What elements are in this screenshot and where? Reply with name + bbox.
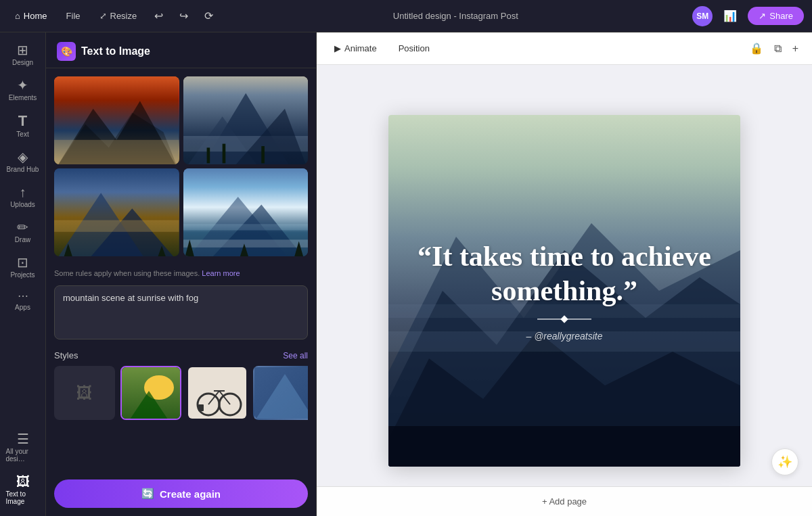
file-label: File: [66, 11, 81, 21]
nav-center: Untitled design - Instagram Post: [224, 11, 687, 21]
generated-image-4[interactable]: [183, 168, 309, 256]
sidebar-label-projects: Projects: [10, 271, 35, 279]
rules-text: Some rules apply when using these images…: [46, 264, 316, 285]
card-divider: [537, 319, 591, 320]
uploads-icon: ↑: [20, 185, 26, 199]
create-btn-label: Create again: [160, 488, 221, 500]
card-quote: “It takes time to achieve something.”: [415, 239, 713, 308]
svg-rect-35: [198, 404, 204, 411]
sidebar-label-all-designs: All your desi…: [6, 448, 40, 463]
sidebar-label-uploads: Uploads: [10, 201, 35, 208]
resize-nav-button[interactable]: ⤢ Resize: [93, 8, 144, 24]
style-illustration[interactable]: [187, 366, 248, 420]
sidebar-item-text-to-image[interactable]: 🖼 Text to Image: [2, 469, 44, 511]
image-grid: [46, 68, 316, 264]
undo-button[interactable]: ↩: [149, 7, 168, 25]
animate-label: Animate: [344, 43, 377, 53]
analytics-button[interactable]: 📊: [718, 7, 742, 25]
main-layout: ⊞ Design ✦ Elements T Text ◈ Brand Hub ↑…: [0, 32, 812, 516]
resize-icon: ⤢: [99, 11, 107, 21]
prompt-textarea[interactable]: [54, 285, 308, 339]
style-photo[interactable]: [120, 366, 181, 420]
sidebar-item-brand-hub[interactable]: ◈ Brand Hub: [2, 145, 44, 179]
apps-icon: ⋯: [18, 291, 28, 302]
style-abstract[interactable]: [253, 366, 308, 420]
svg-rect-9: [206, 147, 210, 163]
add-page-bar[interactable]: + Add page: [317, 486, 812, 516]
share-button[interactable]: ↗ Share: [748, 7, 804, 25]
canvas-toolbar: ▶ Animate Position 🔒 ⧉ +: [317, 32, 812, 65]
refresh-icon: 🔄: [141, 488, 154, 500]
resize-label: Resize: [110, 11, 137, 21]
sidebar-item-draw[interactable]: ✏ Draw: [2, 215, 44, 249]
panel-title: Text to Image: [81, 45, 150, 57]
sidebar-label-design: Design: [12, 59, 33, 66]
generated-image-1[interactable]: [54, 76, 179, 164]
file-nav-button[interactable]: File: [60, 8, 87, 24]
design-icon: ⊞: [17, 43, 28, 57]
generated-image-2[interactable]: [183, 76, 309, 164]
panel: 🎨 Text to Image: [46, 32, 317, 516]
canvas-scroll[interactable]: “It takes time to achieve something.” – …: [317, 65, 812, 516]
nav-right: SM 📊 ↗ Share: [692, 6, 804, 26]
rules-static-text: Some rules apply when using these images…: [54, 269, 200, 277]
add-page-label: + Add page: [542, 496, 587, 507]
learn-more-link[interactable]: Learn more: [202, 269, 240, 277]
sidebar-item-uploads[interactable]: ↑ Uploads: [2, 180, 44, 214]
sidebar-item-text[interactable]: T Text: [2, 108, 44, 143]
prompt-area: [54, 285, 308, 342]
redo-button[interactable]: ↪: [174, 7, 194, 25]
ai-assistant-button[interactable]: ✨: [771, 448, 798, 475]
share-icon: ↗: [759, 11, 766, 21]
styles-label: Styles: [54, 350, 78, 360]
animate-button[interactable]: ▶ Animate: [328, 41, 384, 56]
copy-button[interactable]: ⧉: [771, 40, 784, 57]
icon-sidebar: ⊞ Design ✦ Elements T Text ◈ Brand Hub ↑…: [0, 32, 46, 516]
sidebar-item-apps[interactable]: ⋯ Apps: [2, 285, 44, 316]
sidebar-label-text: Text: [16, 131, 28, 138]
panel-header: 🎨 Text to Image: [46, 32, 316, 68]
see-all-link[interactable]: See all: [283, 351, 308, 360]
style-none[interactable]: 🖼: [54, 366, 115, 420]
sidebar-item-projects[interactable]: ⊡ Projects: [2, 250, 44, 284]
top-navigation: ⌂ Home File ⤢ Resize ↩ ↪ ⟳ Untitled desi…: [0, 0, 812, 32]
sidebar-item-design[interactable]: ⊞ Design: [2, 38, 44, 72]
add-button[interactable]: +: [790, 40, 801, 57]
style-abstract-preview: [254, 367, 308, 420]
styles-grid: 🖼: [54, 366, 308, 420]
styles-section: Styles See all 🖼: [46, 342, 316, 473]
canvas-area: ▶ Animate Position 🔒 ⧉ +: [317, 32, 812, 516]
elements-icon: ✦: [17, 78, 28, 92]
generated-image-3[interactable]: [54, 168, 179, 256]
sidebar-label-apps: Apps: [15, 304, 30, 311]
home-label: Home: [24, 11, 47, 21]
position-button[interactable]: Position: [392, 41, 436, 56]
svg-rect-3: [54, 140, 179, 164]
card-overlay: “It takes time to achieve something.” – …: [388, 115, 740, 467]
ai-icon: ✨: [777, 454, 792, 469]
create-again-button[interactable]: 🔄 Create again: [54, 479, 308, 508]
canvas-card[interactable]: “It takes time to achieve something.” – …: [388, 115, 740, 467]
sidebar-item-all-designs[interactable]: ☰ All your desi…: [2, 427, 44, 468]
image-placeholder-icon: 🖼: [76, 383, 93, 402]
svg-rect-15: [54, 220, 179, 232]
panel-icon-symbol: 🎨: [61, 46, 72, 57]
sidebar-label-elements: Elements: [9, 94, 37, 101]
panel-icon: 🎨: [57, 42, 76, 61]
toolbar-right: 🔒 ⧉ +: [747, 39, 801, 57]
home-icon: ⌂: [15, 11, 20, 21]
svg-rect-21: [183, 239, 309, 248]
home-nav-button[interactable]: ⌂ Home: [8, 8, 54, 24]
share-label: Share: [769, 11, 793, 21]
position-label: Position: [399, 43, 430, 53]
avatar-initials: SM: [696, 11, 708, 21]
lock-button[interactable]: 🔒: [747, 39, 766, 57]
user-avatar[interactable]: SM: [692, 6, 713, 26]
diamond-decoration: [560, 315, 568, 323]
sidebar-item-elements[interactable]: ✦ Elements: [2, 73, 44, 107]
sidebar-label-draw: Draw: [15, 236, 30, 243]
history-button[interactable]: ⟳: [199, 7, 219, 25]
style-illustration-preview: [188, 367, 248, 420]
svg-rect-22: [183, 224, 309, 230]
style-photo-preview: [122, 367, 181, 420]
